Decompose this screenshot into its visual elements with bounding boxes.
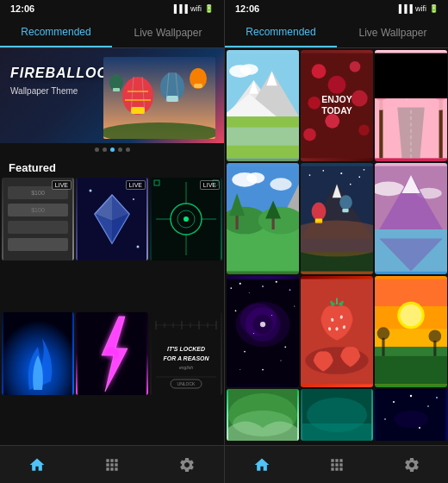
svg-point-76 bbox=[328, 76, 346, 94]
dot-1 bbox=[95, 147, 99, 152]
svg-point-140 bbox=[294, 305, 295, 306]
svg-point-100 bbox=[270, 178, 291, 191]
svg-point-99 bbox=[246, 172, 264, 184]
live-badge-1: LIVE bbox=[52, 180, 72, 190]
live-badge-2: LIVE bbox=[126, 180, 146, 190]
featured-grid: $100 $100 LIVE LIVE bbox=[0, 178, 224, 445]
right-cell-7[interactable] bbox=[227, 276, 299, 387]
right-cell-10[interactable] bbox=[227, 389, 299, 441]
svg-point-30 bbox=[133, 198, 134, 200]
svg-text:IT'S LOCKED: IT'S LOCKED bbox=[167, 346, 205, 352]
svg-point-179 bbox=[393, 401, 395, 403]
right-cell-12[interactable] bbox=[375, 389, 447, 441]
right-cell-11[interactable] bbox=[301, 389, 373, 441]
right-cell-9[interactable] bbox=[375, 276, 447, 387]
status-icons-right: ▐▐▐ wifi 🔋 bbox=[396, 4, 439, 13]
svg-point-148 bbox=[244, 351, 246, 353]
settings-icon-left bbox=[178, 456, 196, 474]
svg-rect-19 bbox=[8, 221, 68, 234]
tab-recommended-right[interactable]: Recommended bbox=[225, 17, 337, 47]
signal-icon: ▐▐▐ bbox=[171, 4, 188, 13]
svg-point-137 bbox=[262, 285, 264, 287]
svg-text:$100: $100 bbox=[31, 190, 45, 196]
wallpaper-cell-1[interactable]: $100 $100 LIVE bbox=[2, 178, 74, 260]
wallpaper-cell-3[interactable]: LIVE bbox=[150, 178, 222, 260]
svg-text:FOR A REASON: FOR A REASON bbox=[163, 355, 209, 361]
svg-point-185 bbox=[394, 411, 428, 428]
nav-home-right[interactable] bbox=[225, 456, 300, 474]
wallpaper-cell-5[interactable] bbox=[76, 312, 148, 395]
bottom-nav-left bbox=[0, 445, 224, 483]
svg-point-183 bbox=[384, 418, 386, 420]
svg-point-31 bbox=[137, 246, 140, 248]
svg-point-184 bbox=[419, 427, 420, 429]
svg-point-77 bbox=[308, 97, 320, 110]
wifi-icon: wifi bbox=[190, 4, 202, 13]
svg-point-139 bbox=[289, 289, 291, 291]
nav-settings-left[interactable] bbox=[149, 456, 224, 474]
svg-rect-13 bbox=[194, 84, 202, 88]
right-wallpaper-grid: ENJOY TODAY bbox=[225, 48, 448, 445]
svg-rect-20 bbox=[8, 238, 68, 251]
featured-title: Featured bbox=[0, 156, 224, 178]
right-cell-8[interactable] bbox=[301, 276, 373, 387]
svg-rect-15 bbox=[113, 88, 120, 91]
svg-point-157 bbox=[335, 327, 338, 330]
svg-point-46 bbox=[105, 347, 119, 361]
svg-rect-177 bbox=[302, 423, 371, 441]
right-cell-3[interactable] bbox=[375, 50, 447, 161]
svg-point-138 bbox=[276, 281, 277, 283]
wallpaper-cell-6[interactable]: IT'S LOCKED FOR A REASON english UNLOCK bbox=[150, 312, 222, 395]
tab-live-wallpaper-left[interactable]: Live Wallpaper bbox=[112, 17, 224, 47]
dot-2 bbox=[103, 147, 107, 152]
svg-point-169 bbox=[377, 327, 390, 340]
status-bar-right: 12:06 ▐▐▐ wifi 🔋 bbox=[225, 0, 448, 17]
right-cell-4[interactable] bbox=[227, 163, 299, 274]
svg-point-165 bbox=[400, 304, 421, 326]
tab-bar-right: Recommended Live Wallpaper bbox=[225, 17, 448, 48]
svg-point-181 bbox=[427, 405, 429, 407]
hero-subtitle: Wallpaper Theme bbox=[10, 86, 78, 96]
hero-banner[interactable]: FIREBALLOON Wallpaper Theme bbox=[0, 48, 224, 143]
time-left: 12:06 bbox=[10, 3, 34, 14]
svg-point-121 bbox=[339, 195, 352, 210]
svg-point-75 bbox=[350, 61, 361, 72]
right-cell-1[interactable] bbox=[227, 50, 299, 161]
wallpaper-cell-2[interactable]: LIVE bbox=[76, 178, 148, 260]
svg-point-78 bbox=[352, 91, 368, 107]
tab-recommended-left[interactable]: Recommended bbox=[0, 17, 112, 47]
nav-apps-left[interactable] bbox=[75, 456, 150, 474]
svg-point-152 bbox=[284, 346, 286, 348]
wallpaper-cell-4[interactable] bbox=[2, 312, 74, 395]
svg-point-180 bbox=[410, 395, 412, 397]
nav-home-left[interactable] bbox=[0, 456, 75, 474]
svg-rect-72 bbox=[227, 128, 299, 146]
right-cell-2[interactable]: ENJOY TODAY bbox=[301, 50, 373, 161]
right-cell-5[interactable] bbox=[301, 163, 373, 274]
svg-point-70 bbox=[240, 64, 258, 75]
svg-point-134 bbox=[230, 287, 232, 289]
left-screen: 12:06 ▐▐▐ wifi 🔋 Recommended Live Wallpa… bbox=[0, 0, 224, 483]
svg-point-112 bbox=[322, 170, 324, 172]
live-badge-3: LIVE bbox=[200, 180, 220, 190]
right-cell-6[interactable] bbox=[375, 163, 447, 274]
svg-point-29 bbox=[90, 190, 92, 192]
svg-text:$100: $100 bbox=[31, 207, 45, 213]
time-right: 12:06 bbox=[235, 3, 259, 14]
svg-rect-9 bbox=[166, 96, 178, 102]
svg-point-81 bbox=[303, 129, 316, 141]
svg-point-171 bbox=[428, 329, 441, 342]
apps-icon-left bbox=[103, 456, 121, 474]
svg-rect-122 bbox=[342, 209, 348, 212]
tab-live-wallpaper-right[interactable]: Live Wallpaper bbox=[337, 17, 448, 47]
svg-point-116 bbox=[350, 184, 352, 185]
svg-text:english: english bbox=[179, 365, 193, 370]
nav-apps-right[interactable] bbox=[300, 456, 375, 474]
svg-point-136 bbox=[249, 292, 250, 293]
svg-point-113 bbox=[340, 172, 342, 174]
nav-settings-right[interactable] bbox=[374, 456, 448, 474]
svg-point-182 bbox=[436, 397, 438, 398]
tab-bar-left: Recommended Live Wallpaper bbox=[0, 17, 224, 48]
svg-point-135 bbox=[240, 283, 241, 285]
svg-rect-3 bbox=[131, 107, 145, 114]
